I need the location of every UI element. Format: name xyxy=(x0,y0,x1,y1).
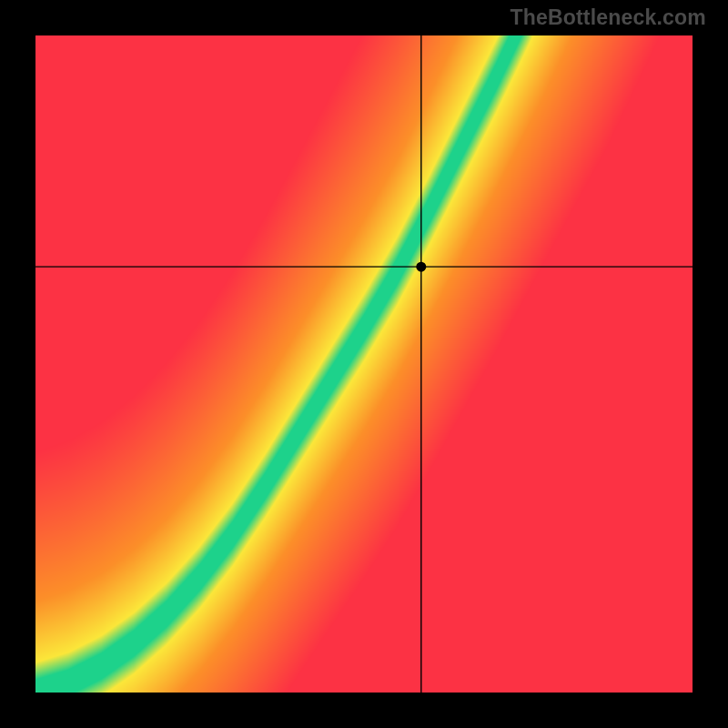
watermark-text: TheBottleneck.com xyxy=(510,5,706,30)
bottleneck-heatmap xyxy=(35,35,693,693)
